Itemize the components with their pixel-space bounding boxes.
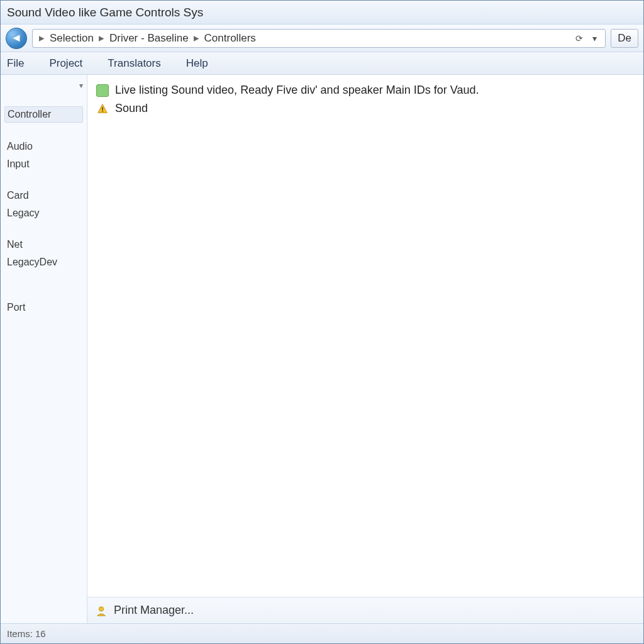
breadcrumb-seg-1[interactable]: Selection: [50, 32, 94, 45]
menu-file[interactable]: File: [7, 57, 24, 70]
sidebar: ▾ Controller Audio Input Card Legacy Net…: [1, 75, 87, 623]
back-arrow-icon: ◄: [11, 31, 22, 45]
svg-rect-1: [102, 110, 103, 111]
list-item-label: Live listing Sound video, Ready Five div…: [115, 84, 479, 97]
search-button[interactable]: De: [611, 29, 638, 48]
chevron-right-icon: ▸: [192, 31, 201, 45]
list-item[interactable]: Live listing Sound video, Ready Five div…: [95, 81, 636, 99]
sidebar-item-port[interactable]: Port: [4, 300, 83, 315]
list-item[interactable]: Sound: [95, 99, 636, 118]
breadcrumb-seg-3[interactable]: Controllers: [204, 32, 256, 45]
spacer: [4, 223, 83, 235]
spacer: [4, 92, 83, 104]
svg-point-2: [99, 606, 103, 611]
sidebar-item-card[interactable]: Card: [4, 188, 83, 203]
list-item-label: Sound: [115, 102, 148, 115]
status-text: Items: 16: [7, 628, 46, 639]
breadcrumb[interactable]: ▸ Selection ▸ Driver - Baseline ▸ Contro…: [32, 29, 606, 48]
refresh-icon[interactable]: ⟳: [574, 33, 585, 44]
spacer: [4, 174, 83, 186]
sidebar-item-audio[interactable]: Audio: [4, 139, 83, 154]
spacer: [4, 286, 83, 297]
menu-bar: File Project Translators Help: [1, 52, 643, 75]
sidebar-header[interactable]: ▾: [4, 81, 83, 90]
sidebar-item-legacydev[interactable]: LegacyDev: [4, 255, 83, 270]
details-pane-label: Print Manager...: [114, 604, 194, 617]
user-icon: [95, 604, 108, 617]
status-bar: Items: 16: [1, 623, 643, 643]
window: Sound Video like Game Controls Sys ◄ ▸ S…: [0, 0, 644, 644]
chevron-down-icon: ▾: [79, 81, 83, 90]
menu-help[interactable]: Help: [186, 57, 208, 70]
breadcrumb-seg-2[interactable]: Driver - Baseline: [109, 32, 189, 45]
warning-icon: [96, 103, 109, 115]
chevron-right-icon: ▸: [38, 31, 46, 45]
details-pane: Print Manager...: [87, 597, 643, 623]
device-ok-icon: [96, 84, 109, 97]
menu-translators[interactable]: Translators: [108, 57, 160, 70]
address-bar: ◄ ▸ Selection ▸ Driver - Baseline ▸ Cont…: [1, 25, 643, 52]
body-split: ▾ Controller Audio Input Card Legacy Net…: [1, 75, 643, 623]
svg-rect-0: [102, 107, 103, 110]
spacer: [4, 272, 83, 284]
main-panel: Live listing Sound video, Ready Five div…: [87, 75, 643, 623]
menu-project[interactable]: Project: [49, 57, 82, 70]
chevron-down-icon[interactable]: ▾: [589, 33, 600, 44]
nav-back-button[interactable]: ◄: [6, 28, 27, 49]
list-area[interactable]: Live listing Sound video, Ready Five div…: [87, 75, 643, 597]
spacer: [4, 125, 83, 136]
window-title: Sound Video like Game Controls Sys: [7, 6, 203, 19]
titlebar: Sound Video like Game Controls Sys: [1, 1, 643, 25]
sidebar-item-controller[interactable]: Controller: [4, 106, 83, 123]
chevron-right-icon: ▸: [97, 31, 106, 45]
sidebar-item-net[interactable]: Net: [4, 237, 83, 252]
sidebar-item-legacy[interactable]: Legacy: [4, 206, 83, 221]
sidebar-item-input[interactable]: Input: [4, 157, 83, 172]
